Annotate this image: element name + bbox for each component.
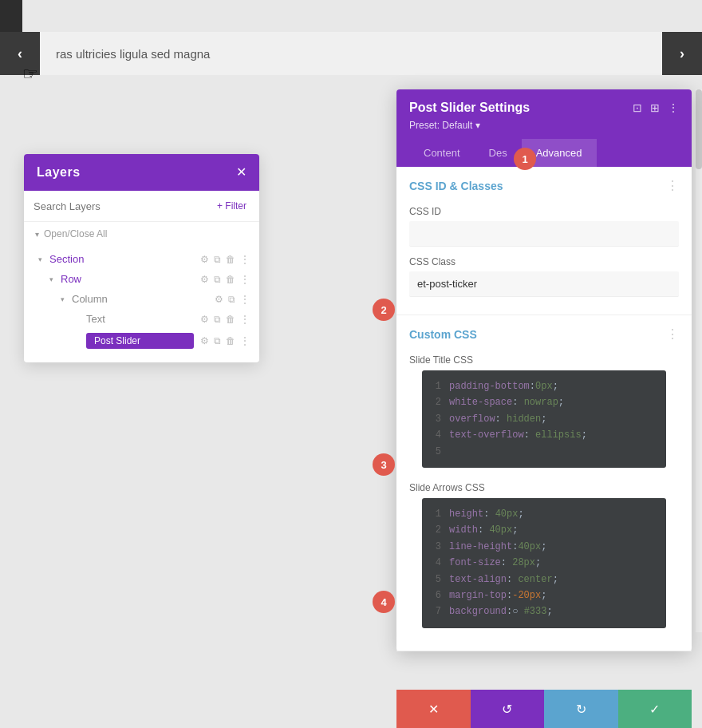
settings-tabs: Content Des Advanced <box>409 139 679 167</box>
page-title: ras ultricies ligula sed magna <box>40 47 662 61</box>
column-icons: ⚙ ⧉ ⋮ <box>215 294 250 305</box>
layers-header: Layers ✕ <box>24 154 259 191</box>
filter-button[interactable]: + Filter <box>214 199 250 213</box>
css-id-classes-section: CSS ID & Classes ⋮ CSS ID CSS Class <box>396 167 692 315</box>
more-options-icon[interactable]: ⋮ <box>668 101 679 114</box>
row-icons: ⚙ ⧉ 🗑 ⋮ <box>200 274 250 285</box>
row-label: Row <box>61 273 200 285</box>
text-more-icon[interactable]: ⋮ <box>240 314 250 325</box>
layer-item-column[interactable]: ▾ Column ⚙ ⧉ ⋮ <box>24 289 259 309</box>
custom-css-header: Custom CSS ⋮ <box>396 315 692 350</box>
undo-button[interactable]: ↺ <box>471 690 545 728</box>
layers-title: Layers <box>37 165 81 180</box>
tab-content[interactable]: Content <box>409 139 475 167</box>
column-toggle[interactable]: ▾ <box>57 295 67 304</box>
layers-close-button[interactable]: ✕ <box>236 166 246 179</box>
css-id-group: CSS ID <box>396 201 692 251</box>
row-toggle[interactable]: ▾ <box>46 275 56 284</box>
postslider-more-icon[interactable]: ⋮ <box>240 335 250 346</box>
text-label: Text <box>86 313 200 325</box>
confirm-button[interactable]: ✓ <box>618 690 692 728</box>
column-duplicate-icon[interactable]: ⧉ <box>228 294 235 305</box>
postslider-duplicate-icon[interactable]: ⧉ <box>214 335 221 346</box>
section-icons: ⚙ ⧉ 🗑 ⋮ <box>200 254 250 265</box>
scrollbar-thumb[interactable] <box>696 89 702 169</box>
layers-search-bar: + Filter <box>24 191 259 222</box>
postslider-label: Post Slider <box>86 333 194 349</box>
layers-panel: Layers ✕ + Filter ▾ Open/Close All ▾ Sec… <box>24 154 259 362</box>
settings-preset[interactable]: Preset: Default ▾ <box>409 120 679 131</box>
row-more-icon[interactable]: ⋮ <box>240 274 250 285</box>
css-class-group: CSS Class <box>396 251 692 302</box>
column-label: Column <box>72 293 215 305</box>
settings-content: CSS ID & Classes ⋮ CSS ID CSS Class Cust… <box>396 167 692 651</box>
settings-header-icons: ⊡ ⊞ ⋮ <box>633 101 679 114</box>
css-class-input[interactable] <box>409 271 679 297</box>
column-more-icon[interactable]: ⋮ <box>240 294 250 305</box>
text-settings-icon[interactable]: ⚙ <box>200 314 209 325</box>
layer-item-text[interactable]: ▸ Text ⚙ ⧉ 🗑 ⋮ <box>24 309 259 329</box>
slide-arrows-css-label: Slide Arrows CSS <box>409 482 679 493</box>
text-icons: ⚙ ⧉ 🗑 ⋮ <box>200 314 250 325</box>
section-more-icon[interactable]: ⋮ <box>240 254 250 265</box>
layers-search-input[interactable] <box>34 200 207 212</box>
css-class-label: CSS Class <box>409 256 679 267</box>
postslider-delete-icon[interactable]: 🗑 <box>226 335 235 346</box>
column-settings-icon[interactable]: ⚙ <box>215 294 223 305</box>
prev-button[interactable]: ‹ <box>0 32 40 75</box>
slide-arrows-css-group: Slide Arrows CSS 1height: 40px; 2width: … <box>396 477 692 638</box>
scrollbar-track <box>696 89 702 632</box>
windowed-icon[interactable]: ⊡ <box>633 101 642 114</box>
layer-tree: ▾ Section ⚙ ⧉ 🗑 ⋮ ▾ Row ⚙ ⧉ 🗑 ⋮ ▾ Column <box>24 246 259 362</box>
text-delete-icon[interactable]: 🗑 <box>226 314 235 325</box>
settings-header: Post Slider Settings ⊡ ⊞ ⋮ Preset: Defau… <box>396 89 692 167</box>
step-2: 2 <box>373 299 395 321</box>
section-delete-icon[interactable]: 🗑 <box>226 254 235 265</box>
slide-arrows-css-editor[interactable]: 1height: 40px; 2width: 40px; 3line-heigh… <box>422 498 666 628</box>
dark-strip <box>0 0 22 32</box>
top-navigation-bar: ‹ ras ultricies ligula sed magna › <box>0 32 702 75</box>
bottom-action-bar: ✕ ↺ ↻ ✓ <box>396 690 692 728</box>
cancel-button[interactable]: ✕ <box>396 690 471 728</box>
css-id-classes-menu[interactable]: ⋮ <box>666 178 679 193</box>
settings-title: Post Slider Settings <box>409 101 530 115</box>
css-id-classes-header: CSS ID & Classes ⋮ <box>396 167 692 201</box>
custom-css-title: Custom CSS <box>409 328 477 341</box>
step-4: 4 <box>373 591 395 613</box>
layer-item-section[interactable]: ▾ Section ⚙ ⧉ 🗑 ⋮ <box>24 249 259 269</box>
step-1: 1 <box>514 148 536 170</box>
next-button[interactable]: › <box>662 32 702 75</box>
css-id-input[interactable] <box>409 221 679 247</box>
postslider-settings-icon[interactable]: ⚙ <box>200 335 209 346</box>
redo-button[interactable]: ↻ <box>544 690 618 728</box>
section-duplicate-icon[interactable]: ⧉ <box>214 254 221 265</box>
postslider-icons: ⚙ ⧉ 🗑 ⋮ <box>200 335 250 346</box>
custom-css-menu[interactable]: ⋮ <box>666 326 679 342</box>
step-3: 3 <box>373 453 395 476</box>
custom-css-section: Custom CSS ⋮ Slide Title CSS 1padding-bo… <box>396 315 692 651</box>
css-id-label: CSS ID <box>409 206 679 217</box>
layer-item-row[interactable]: ▾ Row ⚙ ⧉ 🗑 ⋮ <box>24 269 259 289</box>
text-duplicate-icon[interactable]: ⧉ <box>214 314 221 325</box>
fullscreen-icon[interactable]: ⊞ <box>650 101 660 114</box>
row-settings-icon[interactable]: ⚙ <box>200 274 209 285</box>
slide-title-css-label: Slide Title CSS <box>409 354 679 366</box>
row-duplicate-icon[interactable]: ⧉ <box>214 274 221 285</box>
layer-item-postslider[interactable]: ▸ Post Slider ⚙ ⧉ 🗑 ⋮ <box>24 329 259 353</box>
settings-panel: Post Slider Settings ⊡ ⊞ ⋮ Preset: Defau… <box>396 89 692 651</box>
section-label: Section <box>49 253 200 265</box>
open-close-all[interactable]: ▾ Open/Close All <box>24 222 259 246</box>
settings-title-row: Post Slider Settings ⊡ ⊞ ⋮ <box>409 101 679 115</box>
css-id-classes-title: CSS ID & Classes <box>409 180 503 192</box>
section-settings-icon[interactable]: ⚙ <box>200 254 209 265</box>
section-toggle[interactable]: ▾ <box>35 255 45 264</box>
slide-title-css-group: Slide Title CSS 1padding-bottom:0px; 2wh… <box>396 350 692 477</box>
row-delete-icon[interactable]: 🗑 <box>226 274 235 285</box>
slide-title-css-editor[interactable]: 1padding-bottom:0px; 2white-space: nowra… <box>422 370 666 468</box>
